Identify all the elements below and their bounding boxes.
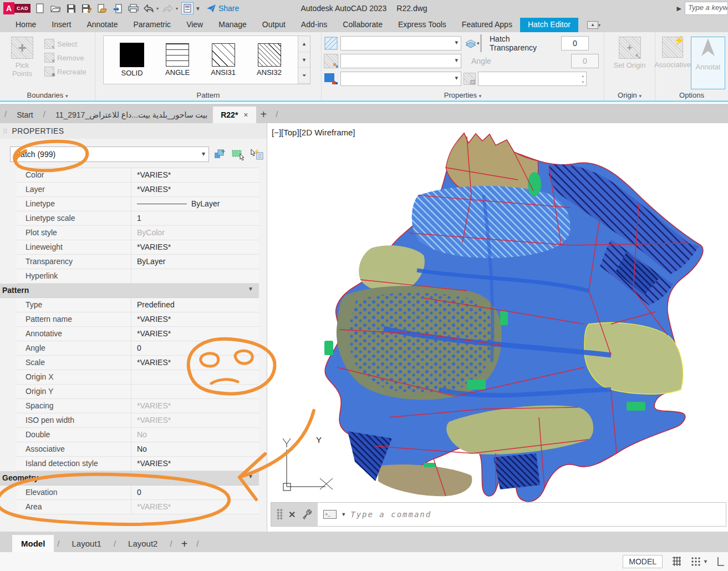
prop-row-type[interactable]: TypePredefined bbox=[17, 298, 259, 312]
prop-row-linetype[interactable]: LinetypeByLayer bbox=[17, 197, 259, 211]
layout-tab-layout1[interactable]: Layout1 bbox=[63, 535, 110, 552]
model-space-toggle[interactable]: MODEL bbox=[623, 555, 663, 568]
command-input[interactable]: >_ ▼ Type a command bbox=[318, 503, 726, 526]
viewport-view-control[interactable]: [Top] bbox=[281, 128, 299, 137]
share-button[interactable]: Share bbox=[206, 4, 239, 13]
hatch-transparency-value[interactable]: 0 bbox=[561, 36, 589, 50]
prop-row-pattern-name[interactable]: Pattern name*VARIES* bbox=[17, 312, 259, 327]
associative-button[interactable]: ⚡ Associative bbox=[655, 37, 690, 89]
prop-row-lineweight[interactable]: Lineweight*VARIES* bbox=[17, 240, 259, 255]
grid-icon[interactable] bbox=[670, 556, 683, 567]
search-expand-icon[interactable]: ▶ bbox=[677, 5, 681, 12]
hatch-layer-icon[interactable]: ▾ bbox=[464, 36, 478, 50]
prop-row-scale[interactable]: Scale*VARIES* bbox=[17, 356, 259, 370]
prop-row-area[interactable]: Area*VARIES* bbox=[17, 500, 259, 514]
prop-row-island-detection[interactable]: Island detection style*VARIES* bbox=[17, 457, 259, 471]
gallery-scroll-down-icon[interactable]: ▼ bbox=[298, 52, 310, 68]
export-icon[interactable] bbox=[111, 2, 124, 14]
quick-select-icon[interactable]: + bbox=[213, 148, 227, 160]
set-origin-button[interactable]: +↖ Set Origin bbox=[612, 37, 648, 89]
prop-row-associative[interactable]: AssociativeNo bbox=[17, 442, 259, 457]
palette-header[interactable]: ⁞⁞ PROPERTIES bbox=[0, 123, 267, 139]
prop-row-origin-y[interactable]: Origin Y bbox=[17, 385, 259, 399]
drawing-viewport[interactable]: [−] [Top] [2D Wireframe] bbox=[267, 123, 728, 532]
new-file-icon[interactable] bbox=[34, 2, 46, 14]
annotative-button[interactable]: Annotat bbox=[691, 37, 725, 89]
save-as-icon[interactable] bbox=[80, 2, 93, 14]
save-icon[interactable] bbox=[65, 2, 77, 14]
tab-home[interactable]: Home bbox=[8, 18, 44, 32]
qat-customize-icon[interactable]: ▼ bbox=[195, 6, 201, 12]
selection-dropdown[interactable]: Hatch (999) bbox=[10, 146, 209, 162]
command-prompt-icon[interactable]: >_ bbox=[323, 510, 337, 519]
tab-insert[interactable]: Insert bbox=[44, 18, 79, 32]
prop-row-double[interactable]: DoubleNo bbox=[17, 428, 259, 442]
origin-panel-label[interactable]: Origin ▾ bbox=[604, 91, 655, 99]
workspace-switch-icon[interactable] bbox=[181, 2, 194, 14]
new-tab-icon[interactable]: + bbox=[256, 108, 272, 123]
pick-points-button[interactable]: + Pick Points bbox=[4, 37, 40, 89]
command-grip-icon[interactable]: ●●●●●●●● bbox=[277, 509, 283, 520]
prop-row-plot-style[interactable]: Plot styleByColor bbox=[17, 226, 259, 240]
file-tab-active[interactable]: R22* × bbox=[213, 107, 256, 123]
file-tab-doc1[interactable]: بيت ساحور_بلدية بيت...داع للاعتراض_2917_… bbox=[50, 107, 213, 123]
palette-grip-icon[interactable]: ⁞⁞ bbox=[3, 128, 8, 134]
hatch-type-combo[interactable] bbox=[340, 36, 461, 50]
ribbon-minimize-icon[interactable]: ▲ bbox=[587, 21, 598, 29]
properties-panel-label[interactable]: Properties ▾ bbox=[322, 91, 604, 99]
autocad-logo-icon[interactable]: ACAD bbox=[3, 2, 30, 14]
prop-row-angle[interactable]: Angle0 bbox=[17, 341, 259, 356]
ribbon-minimize-dropdown-icon[interactable]: ▾ bbox=[598, 23, 600, 28]
scale-field[interactable] bbox=[478, 72, 587, 86]
layout-tab-model[interactable]: Model bbox=[12, 535, 54, 552]
tab-featured-apps[interactable]: Featured Apps bbox=[454, 18, 520, 32]
pattern-solid[interactable]: SOLID bbox=[120, 43, 144, 77]
snap-mode-icon[interactable]: ▼ bbox=[690, 556, 708, 567]
tab-add-ins[interactable]: Add-ins bbox=[293, 18, 335, 32]
prop-row-iso-pen-width[interactable]: ISO pen width*VARIES* bbox=[17, 413, 259, 428]
gallery-expand-icon[interactable]: ⏷ bbox=[298, 68, 310, 84]
background-color-combo[interactable] bbox=[340, 72, 461, 86]
file-tab-start[interactable]: Start bbox=[11, 107, 39, 123]
angle-value[interactable]: 0 bbox=[571, 54, 599, 68]
ortho-icon[interactable] bbox=[716, 556, 725, 567]
pattern-ansi31[interactable]: ANSI31 bbox=[211, 43, 236, 77]
boundaries-panel-label[interactable]: Boundaries ▾ bbox=[0, 91, 95, 99]
redo-dropdown-icon[interactable]: ▾ bbox=[176, 6, 178, 11]
wrench-icon[interactable] bbox=[301, 509, 312, 520]
tab-express-tools[interactable]: Express Tools bbox=[390, 18, 454, 32]
prop-row-hyperlink[interactable]: Hyperlink bbox=[17, 269, 259, 284]
tab-manage[interactable]: Manage bbox=[211, 18, 254, 32]
open-folder-icon[interactable] bbox=[49, 2, 62, 14]
undo-icon[interactable] bbox=[142, 2, 155, 14]
select-button[interactable]: ↖ Select bbox=[44, 39, 86, 49]
tab-parametric[interactable]: Parametric bbox=[125, 18, 179, 32]
toggle-pickadd-icon[interactable]: ⚡ bbox=[249, 148, 262, 160]
command-close-icon[interactable]: ✕ bbox=[288, 509, 296, 520]
plot-icon[interactable] bbox=[127, 2, 139, 14]
undo-dropdown-icon[interactable]: ▾ bbox=[156, 6, 159, 11]
section-header-geometry[interactable]: Geometry▼ bbox=[0, 471, 259, 486]
collapse-icon[interactable]: ▼ bbox=[248, 286, 253, 297]
search-input[interactable]: Type a keyword bbox=[685, 2, 728, 15]
command-dropdown-icon[interactable]: ▼ bbox=[341, 512, 346, 517]
viewport-minimize-control[interactable]: [−] bbox=[272, 128, 281, 137]
prop-row-transparency[interactable]: TransparencyByLayer bbox=[17, 255, 259, 269]
close-tab-icon[interactable]: × bbox=[243, 110, 248, 119]
new-layout-icon[interactable]: + bbox=[176, 538, 194, 552]
section-header-pattern[interactable]: Pattern▼ bbox=[0, 284, 259, 298]
prop-row-color[interactable]: Color*VARIES* bbox=[17, 168, 259, 183]
pattern-combo[interactable] bbox=[340, 54, 461, 68]
tab-view[interactable]: View bbox=[179, 18, 211, 32]
open-from-web-icon[interactable] bbox=[96, 2, 108, 14]
prop-row-linetype-scale[interactable]: Linetype scale1 bbox=[17, 211, 259, 226]
gallery-scroll-up-icon[interactable]: ▲ bbox=[298, 36, 310, 52]
redo-icon[interactable] bbox=[162, 2, 174, 14]
prop-row-elevation[interactable]: Elevation0 bbox=[17, 486, 259, 500]
collapse-icon[interactable]: ▼ bbox=[248, 473, 253, 485]
tab-collaborate[interactable]: Collaborate bbox=[335, 18, 390, 32]
prop-row-layer[interactable]: Layer*VARIES* bbox=[17, 183, 259, 197]
tab-hatch-editor[interactable]: Hatch Editor bbox=[520, 18, 578, 32]
prop-row-spacing[interactable]: Spacing*VARIES* bbox=[17, 399, 259, 413]
tab-annotate[interactable]: Annotate bbox=[79, 18, 125, 32]
